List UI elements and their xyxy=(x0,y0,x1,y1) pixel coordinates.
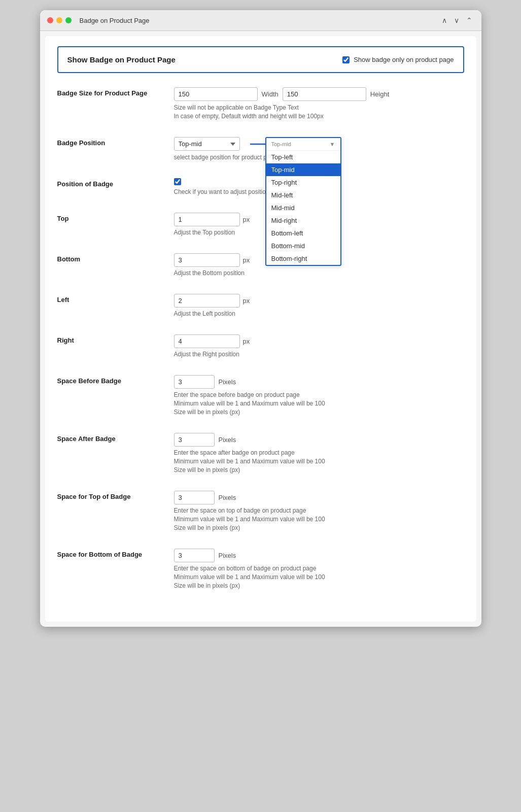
option-mid-right[interactable]: Mid-right xyxy=(266,214,340,227)
right-px-row: px xyxy=(174,334,464,348)
left-content: px Adjust the Left position xyxy=(174,294,464,317)
dropdown-chevron-icon: ▼ xyxy=(330,141,335,147)
position-of-badge-row: Position of Badge Check if you want to a… xyxy=(57,178,464,200)
position-of-badge-checkbox[interactable] xyxy=(174,178,181,185)
close-button[interactable] xyxy=(47,17,53,23)
space-bottom-badge-hint2: Minimum value will be 1 and Maximum valu… xyxy=(174,573,464,581)
collapse-up-button[interactable]: ∧ xyxy=(440,15,449,25)
space-bottom-badge-content: Pixels Enter the space on bottom of badg… xyxy=(174,549,464,589)
space-bottom-badge-pixels-row: Pixels xyxy=(174,549,464,562)
space-top-badge-content: Pixels Enter the space on top of badge o… xyxy=(174,491,464,531)
space-bottom-badge-hint1: Enter the space on bottom of badge on pr… xyxy=(174,565,464,572)
space-before-badge-input[interactable] xyxy=(174,375,215,389)
bottom-label: Bottom xyxy=(57,253,174,263)
title-bar-left: Badge on Product Page xyxy=(47,17,150,24)
space-bottom-badge-hint3: Size will be in pixels (px) xyxy=(174,582,464,589)
space-top-badge-input[interactable] xyxy=(174,491,215,504)
space-after-badge-hint3: Size will be in pixels (px) xyxy=(174,466,464,473)
space-after-badge-unit: Pixels xyxy=(219,436,236,444)
option-top-left[interactable]: Top-left xyxy=(266,151,340,163)
space-before-badge-label: Space Before Badge xyxy=(57,375,174,385)
space-before-badge-unit: Pixels xyxy=(219,378,236,386)
space-after-badge-hint1: Enter the space after badge on product p… xyxy=(174,449,464,456)
dropdown-overlay-header: Top-mid ▼ xyxy=(266,138,340,151)
space-top-badge-hint1: Enter the space on top of badge on produ… xyxy=(174,507,464,514)
space-top-badge-row: Space for Top of Badge Pixels Enter the … xyxy=(57,491,464,536)
left-hint: Adjust the Left position xyxy=(174,310,464,317)
right-input[interactable] xyxy=(174,334,240,348)
show-badge-title: Show Badge on Product Page xyxy=(67,55,176,64)
maximize-button[interactable] xyxy=(65,17,72,23)
badge-width-input[interactable] xyxy=(174,87,258,101)
show-badge-section: Show Badge on Product Page Show badge on… xyxy=(57,46,464,73)
space-bottom-badge-unit: Pixels xyxy=(219,552,236,559)
minimize-button[interactable] xyxy=(56,17,62,23)
right-hint: Adjust the Right position xyxy=(174,351,464,358)
left-input[interactable] xyxy=(174,294,240,308)
option-bottom-left[interactable]: Bottom-left xyxy=(266,227,340,240)
collapse-down-button[interactable]: ∨ xyxy=(452,15,461,25)
badge-size-hint2: In case of empty, Default width and heig… xyxy=(174,113,464,120)
dropdown-selected-value: Top-mid xyxy=(271,141,291,147)
bottom-row: Bottom px Adjust the Bottom position xyxy=(57,253,464,282)
top-row: Top px Adjust the Top position xyxy=(57,213,464,241)
left-px-row: px xyxy=(174,294,464,308)
badge-size-row: Badge Size for Product Page Width Height… xyxy=(57,87,464,125)
option-bottom-right[interactable]: Bottom-right xyxy=(266,252,340,265)
position-of-badge-label: Position of Badge xyxy=(57,178,174,188)
badge-size-label: Badge Size for Product Page xyxy=(57,87,174,97)
badge-position-select[interactable]: Top-mid Top-left Top-right Mid-left Mid-… xyxy=(174,137,240,151)
space-after-badge-hint2: Minimum value will be 1 and Maximum valu… xyxy=(174,458,464,465)
space-after-badge-label: Space After Badge xyxy=(57,433,174,443)
bottom-unit: px xyxy=(243,256,250,264)
space-bottom-badge-label: Space for Bottom of Badge xyxy=(57,549,174,558)
right-unit: px xyxy=(243,337,250,345)
traffic-lights xyxy=(47,17,72,23)
space-bottom-badge-row: Space for Bottom of Badge Pixels Enter t… xyxy=(57,549,464,594)
space-before-badge-pixels-row: Pixels xyxy=(174,375,464,389)
expand-button[interactable]: ⌃ xyxy=(464,15,474,25)
right-content: px Adjust the Right position xyxy=(174,334,464,358)
badge-position-content: Top-mid Top-left Top-right Mid-left Mid-… xyxy=(174,137,464,161)
option-top-right[interactable]: Top-right xyxy=(266,176,340,189)
space-after-badge-content: Pixels Enter the space after badge on pr… xyxy=(174,433,464,473)
width-label: Width xyxy=(262,90,279,98)
show-badge-checkbox-label: Show badge only on product page xyxy=(354,56,454,63)
content-area: Show Badge on Product Page Show badge on… xyxy=(45,36,476,622)
space-before-badge-hint1: Enter the space before badge on product … xyxy=(174,391,464,398)
bottom-hint: Adjust the Bottom position xyxy=(174,269,464,277)
space-before-badge-hint2: Minimum value will be 1 and Maximum valu… xyxy=(174,400,464,407)
bottom-input[interactable] xyxy=(174,253,240,267)
badge-height-input[interactable] xyxy=(283,87,366,101)
option-top-mid[interactable]: Top-mid xyxy=(266,163,340,176)
height-label: Height xyxy=(370,90,390,98)
left-label: Left xyxy=(57,294,174,303)
right-row: Right px Adjust the Right position xyxy=(57,334,464,363)
space-top-badge-hint2: Minimum value will be 1 and Maximum valu… xyxy=(174,516,464,523)
left-row: Left px Adjust the Left position xyxy=(57,294,464,322)
window-title: Badge on Product Page xyxy=(80,17,150,24)
badge-size-hint1: Size will not be applicable on Badge Typ… xyxy=(174,104,464,111)
top-label: Top xyxy=(57,213,174,222)
title-bar: Badge on Product Page ∧ ∨ ⌃ xyxy=(40,10,481,31)
show-badge-only-checkbox[interactable] xyxy=(342,56,350,63)
space-after-badge-row: Space After Badge Pixels Enter the space… xyxy=(57,433,464,479)
space-after-badge-input[interactable] xyxy=(174,433,215,447)
space-top-badge-unit: Pixels xyxy=(219,494,236,501)
space-top-badge-pixels-row: Pixels xyxy=(174,491,464,504)
option-mid-mid[interactable]: Mid-mid xyxy=(266,201,340,214)
title-bar-controls: ∧ ∨ ⌃ xyxy=(440,15,474,25)
top-unit: px xyxy=(243,216,250,223)
left-unit: px xyxy=(243,297,250,304)
badge-position-row: Badge Position Top-mid Top-left Top-righ… xyxy=(57,137,464,166)
right-label: Right xyxy=(57,334,174,344)
space-before-badge-row: Space Before Badge Pixels Enter the spac… xyxy=(57,375,464,421)
space-after-badge-pixels-row: Pixels xyxy=(174,433,464,447)
space-before-badge-content: Pixels Enter the space before badge on p… xyxy=(174,375,464,416)
option-mid-left[interactable]: Mid-left xyxy=(266,189,340,201)
space-bottom-badge-input[interactable] xyxy=(174,549,215,562)
badge-position-label: Badge Position xyxy=(57,137,174,147)
option-bottom-mid[interactable]: Bottom-mid xyxy=(266,240,340,252)
space-before-badge-hint3: Size will be in pixels (px) xyxy=(174,409,464,416)
top-input[interactable] xyxy=(174,213,240,226)
